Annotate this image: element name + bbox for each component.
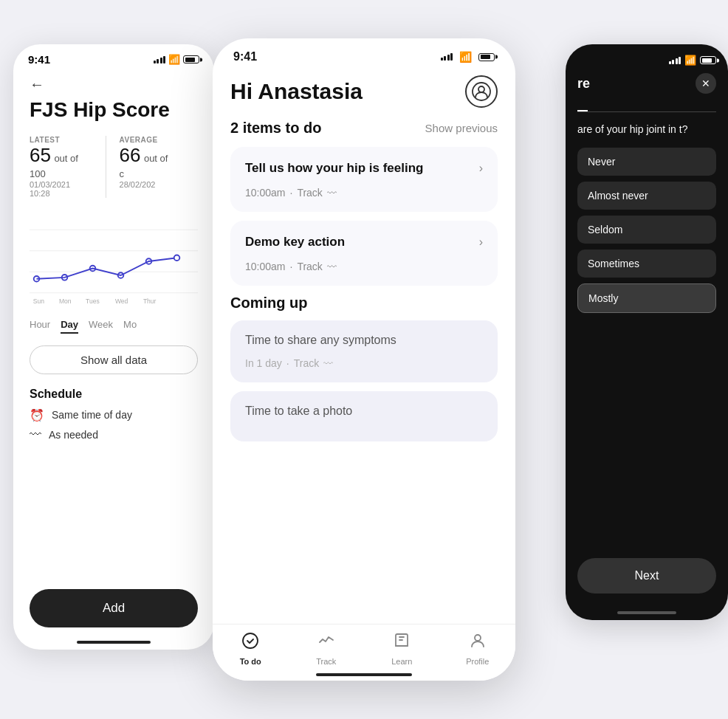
- task-title-0: Tell us how your hip is feeling: [245, 160, 479, 176]
- nav-track[interactable]: Track: [289, 632, 365, 666]
- svg-text:Wed: Wed: [115, 297, 128, 305]
- upcoming-card-1: Time to take a photo: [230, 391, 498, 441]
- svg-point-17: [243, 633, 258, 648]
- avatar-button[interactable]: [465, 75, 498, 108]
- svg-point-15: [473, 83, 490, 100]
- schedule-title: Schedule: [30, 388, 198, 401]
- stat-average-value: 66: [120, 144, 141, 166]
- battery-icon-center: [478, 53, 495, 61]
- items-count: 2 items to do: [230, 120, 321, 137]
- chart-tabs: Hour Day Week Mo: [30, 319, 198, 334]
- left-time: 9:41: [28, 53, 50, 66]
- signal-bars-left: [154, 56, 166, 63]
- show-all-button[interactable]: Show all data: [30, 345, 198, 374]
- coming-up-title: Coming up: [230, 295, 498, 312]
- task-card-1[interactable]: Demo key action › 10:00am · Track 〰: [230, 221, 498, 286]
- track-icon-0: 〰: [327, 188, 337, 199]
- nav-profile[interactable]: Profile: [440, 632, 516, 666]
- center-header: Hi Anastasia: [230, 75, 498, 108]
- greeting: Hi Anastasia: [230, 79, 363, 104]
- option-sometimes[interactable]: Sometimes: [577, 250, 716, 278]
- task-category-1: Track: [297, 261, 322, 272]
- task-title-1: Demo key action: [245, 234, 479, 250]
- task-card-0[interactable]: Tell us how your hip is feeling › 10:00a…: [230, 147, 498, 212]
- home-indicator-center: [316, 673, 412, 676]
- task-time-0: 10:00am: [245, 187, 285, 199]
- svg-point-16: [478, 86, 484, 92]
- battery-icon-left: [183, 55, 199, 63]
- signal-bars-right: [669, 57, 681, 64]
- upcoming-track-icon-0: 〰: [323, 358, 333, 369]
- chevron-right-icon-1: ›: [479, 235, 483, 249]
- stats-row: LATEST 65 out of 100 01/03/2021 10:28 AV…: [30, 136, 198, 198]
- nav-todo[interactable]: To do: [213, 632, 289, 666]
- chart-svg: Sun Mon Tues Wed Thur: [30, 210, 198, 313]
- left-status-icons: 📶: [154, 54, 200, 65]
- learn-nav-icon: [393, 632, 411, 654]
- svg-text:Sun: Sun: [33, 297, 44, 305]
- center-content: Hi Anastasia 2 items to do Show previous…: [213, 63, 515, 632]
- stat-latest-value: 65: [30, 144, 51, 166]
- track-icon-1: 〰: [327, 261, 337, 272]
- upcoming-card-0: Time to share any symptoms In 1 day · Tr…: [230, 320, 498, 382]
- clock-icon: ⏰: [30, 408, 44, 422]
- upcoming-title-0: Time to share any symptoms: [245, 334, 483, 347]
- right-status-bar: 📶: [566, 44, 728, 66]
- schedule-item-time: ⏰ Same time of day: [30, 408, 198, 422]
- upcoming-category-0: Track: [294, 357, 319, 369]
- stat-latest-date: 01/03/2021 10:28: [30, 180, 92, 198]
- schedule-item-needed: 〰 As needed: [30, 428, 198, 441]
- svg-text:Mon: Mon: [59, 297, 72, 305]
- option-seldom[interactable]: Seldom: [577, 216, 716, 244]
- task-category-0: Track: [297, 187, 322, 199]
- battery-icon-right: [700, 56, 716, 64]
- left-content: ← FJS Hip Score LATEST 65 out of 100 01/…: [13, 66, 214, 458]
- chart-tab-hour[interactable]: Hour: [30, 319, 50, 334]
- nav-profile-label: Profile: [466, 657, 489, 666]
- right-header: re ✕: [577, 73, 716, 94]
- wifi-icon-right: 📶: [684, 55, 696, 66]
- stat-average-label: AVERAGE: [120, 136, 171, 144]
- stat-average: AVERAGE 66 out of c 28/02/202: [120, 136, 185, 198]
- profile-nav-icon: [469, 632, 487, 654]
- upcoming-time-0: In 1 day: [245, 357, 282, 369]
- right-phone: 📶 re ✕ are of your hip joint in t? Never…: [566, 44, 728, 620]
- bottom-nav: To do Track Learn: [213, 624, 515, 681]
- upcoming-title-1: Time to take a photo: [245, 405, 483, 418]
- svg-text:Thur: Thur: [143, 297, 157, 305]
- back-arrow[interactable]: ←: [30, 76, 198, 93]
- show-previous-button[interactable]: Show previous: [425, 122, 498, 134]
- signal-bars-center: [441, 53, 453, 61]
- center-time: 9:41: [233, 50, 257, 63]
- svg-text:Tues: Tues: [86, 297, 100, 305]
- svg-point-9: [174, 255, 180, 261]
- add-button[interactable]: Add: [30, 589, 198, 627]
- close-button[interactable]: ✕: [696, 73, 716, 94]
- chevron-right-icon-0: ›: [479, 162, 483, 175]
- option-almost-never[interactable]: Almost never: [577, 182, 716, 210]
- task-time-1: 10:00am: [245, 261, 285, 272]
- next-button[interactable]: Next: [577, 558, 716, 594]
- chart-tab-mo[interactable]: Mo: [123, 319, 137, 334]
- chart-tab-week[interactable]: Week: [89, 319, 113, 334]
- avatar-svg: [471, 81, 492, 102]
- chart-area: Sun Mon Tues Wed Thur: [30, 210, 198, 313]
- left-status-bar: 9:41 📶: [13, 44, 214, 66]
- option-mostly[interactable]: Mostly: [577, 283, 716, 313]
- schedule-label-needed: As needed: [49, 429, 98, 441]
- page-title: FJS Hip Score: [30, 97, 198, 123]
- svg-point-18: [475, 635, 481, 641]
- schedule-label-time: Same time of day: [52, 409, 132, 421]
- right-header-text: re: [577, 76, 590, 92]
- chart-tab-day[interactable]: Day: [61, 319, 78, 334]
- nav-learn[interactable]: Learn: [364, 632, 440, 666]
- task-meta-1: 10:00am · Track 〰: [245, 261, 483, 272]
- right-tab-active[interactable]: [577, 101, 588, 111]
- center-status-bar: 9:41 📶: [213, 38, 515, 63]
- track-nav-icon: [317, 632, 335, 654]
- stat-average-date: 28/02/202: [120, 180, 171, 189]
- todo-icon: [241, 632, 259, 654]
- option-never[interactable]: Never: [577, 148, 716, 176]
- left-phone: 9:41 📶 ← FJS Hip Score LATEST 65 out of …: [13, 44, 214, 650]
- upcoming-meta-0: In 1 day · Track 〰: [245, 357, 483, 369]
